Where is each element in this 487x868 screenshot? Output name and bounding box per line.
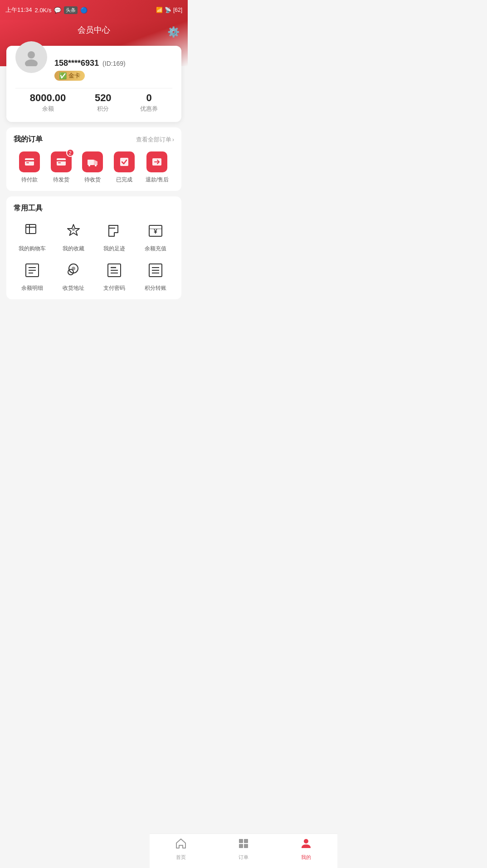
order-refund[interactable]: 退款/售后 <box>146 151 169 184</box>
svg-point-10 <box>88 165 90 166</box>
tool-pay-password-label: 支付密码 <box>103 284 125 292</box>
balance-value: 8000.00 <box>30 92 66 104</box>
tool-pay-password[interactable]: 支付密码 <box>96 260 133 292</box>
svg-rect-5 <box>57 158 66 166</box>
tool-favorites-label: 我的收藏 <box>63 245 84 253</box>
order-pending-ship-label: 待发货 <box>53 176 69 184</box>
order-pending-payment-label: 待付款 <box>21 176 38 184</box>
tool-address[interactable]: 收货地址 <box>55 260 93 292</box>
svg-rect-7 <box>58 162 61 163</box>
svg-rect-6 <box>57 160 66 161</box>
settings-button[interactable]: ⚙️ <box>167 26 180 38</box>
order-refund-label: 退款/售后 <box>146 176 169 184</box>
page-title: 会员中心 <box>9 24 179 35</box>
order-pending-receive-label: 待收货 <box>84 176 101 184</box>
svg-point-11 <box>95 165 97 166</box>
orders-icons-row: 待付款 2 待发货 <box>14 151 174 184</box>
order-pending-receive[interactable]: 待收货 <box>82 151 103 184</box>
profile-card: 158****6931 (ID:169) ✅ 金卡 8000.00 余额 520… <box>6 46 181 122</box>
coupons-label: 优惠券 <box>140 105 158 113</box>
tool-footprint[interactable]: 我的足迹 <box>96 220 133 253</box>
tool-footprint-label: 我的足迹 <box>103 245 125 253</box>
orders-section: 我的订单 查看全部订单 › 待付款 <box>6 127 181 191</box>
tool-points-transfer-label: 积分转账 <box>145 284 166 292</box>
svg-point-0 <box>28 51 35 59</box>
points-value: 520 <box>95 92 112 104</box>
status-bar: 上午11:34 2.0K/s 💬 头条 🔵 📶 📡 [62] <box>0 0 188 20</box>
tool-balance-detail[interactable]: 余额明细 <box>14 260 51 292</box>
tool-shopping-cart[interactable]: 我的购物车 <box>14 220 51 253</box>
signal-icon: 📶 <box>156 7 163 13</box>
coupons-stat[interactable]: 0 优惠券 <box>140 92 158 113</box>
tool-balance-detail-label: 余额明细 <box>21 284 43 292</box>
svg-marker-9 <box>94 160 97 165</box>
tool-favorites[interactable]: 我的收藏 <box>55 220 93 253</box>
orders-title: 我的订单 <box>14 135 43 144</box>
tool-points-transfer[interactable]: 积分转账 <box>137 260 175 292</box>
order-completed[interactable]: 已完成 <box>114 151 135 184</box>
tools-title: 常用工具 <box>14 204 43 213</box>
coupons-value: 0 <box>140 92 158 104</box>
member-badge: ✅ 金卡 <box>54 71 85 81</box>
user-phone: 158****6931 <box>54 59 99 68</box>
balance-label: 余额 <box>30 105 66 113</box>
pending-ship-badge: 2 <box>66 149 74 157</box>
svg-point-18 <box>72 228 75 231</box>
svg-rect-22 <box>149 228 162 229</box>
svg-point-1 <box>25 59 38 66</box>
tools-section: 常用工具 我的购物车 <box>6 196 181 299</box>
svg-rect-14 <box>26 224 36 234</box>
tool-recharge[interactable]: ¥ 余额充值 <box>137 220 175 253</box>
svg-rect-2 <box>25 158 34 166</box>
order-pending-payment[interactable]: 待付款 <box>19 151 40 184</box>
app-icon-2: 🔵 <box>80 7 88 14</box>
tool-address-label: 收货地址 <box>63 284 84 292</box>
points-stat[interactable]: 520 积分 <box>95 92 112 113</box>
tool-shopping-cart-label: 我的购物车 <box>19 245 46 253</box>
avatar[interactable] <box>15 41 47 73</box>
svg-rect-8 <box>88 160 94 165</box>
battery-icon: [62] <box>173 7 182 13</box>
points-label: 积分 <box>95 105 112 113</box>
tools-grid: 我的购物车 我的收藏 我的足迹 <box>14 220 174 292</box>
svg-rect-12 <box>120 158 128 166</box>
tool-recharge-label: 余额充值 <box>145 245 166 253</box>
view-all-orders[interactable]: 查看全部订单 › <box>136 136 174 144</box>
network-speed: 2.0K/s <box>35 7 52 14</box>
user-id: (ID:169) <box>102 60 126 67</box>
app-icon-1: 头条 <box>64 6 78 14</box>
balance-stat[interactable]: 8000.00 余额 <box>30 92 66 113</box>
wechat-icon: 💬 <box>54 7 61 14</box>
stats-row: 8000.00 余额 520 积分 0 优惠券 <box>15 88 172 113</box>
order-pending-ship[interactable]: 2 待发货 <box>51 151 72 184</box>
wifi-icon: 📡 <box>165 7 171 13</box>
time: 上午11:34 <box>5 6 32 14</box>
svg-rect-3 <box>25 160 34 161</box>
order-completed-label: 已完成 <box>116 176 132 184</box>
svg-rect-4 <box>26 162 29 163</box>
